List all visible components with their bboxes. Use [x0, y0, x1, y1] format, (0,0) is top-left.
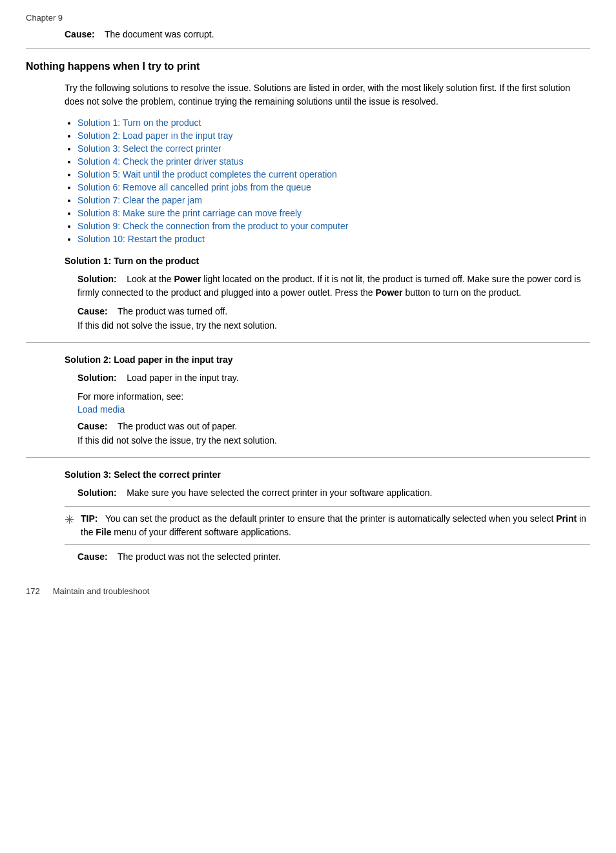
solution3-solution-label: Solution: — [77, 488, 117, 498]
solution5-link[interactable]: Solution 5: Wait until the product compl… — [77, 169, 337, 180]
solution2-link[interactable]: Solution 2: Load paper in the input tray — [77, 130, 233, 141]
list-item: Solution 7: Clear the paper jam — [77, 195, 590, 205]
solution6-link[interactable]: Solution 6: Remove all cancelled print j… — [77, 182, 311, 192]
solution10-link[interactable]: Solution 10: Restart the product — [77, 234, 205, 244]
tip-bold2: File — [96, 527, 111, 537]
solution2-cause-label: Cause: — [77, 421, 108, 431]
solution2-if-not-solve: If this did not solve the issue, try the… — [77, 435, 590, 446]
solution3-tip-text: TIP: You can set the product as the defa… — [81, 512, 590, 539]
list-item: Solution 10: Restart the product — [77, 234, 590, 244]
tip-label: TIP: — [81, 513, 98, 524]
main-section-heading: Nothing happens when I try to print — [26, 61, 590, 72]
page-number: 172 — [26, 586, 40, 596]
solution1-body: Solution: Look at the Power light locate… — [77, 272, 590, 300]
list-item: Solution 5: Wait until the product compl… — [77, 169, 590, 180]
solution3-cause: Cause: The product was not the selected … — [77, 551, 590, 562]
solution1-solution-label: Solution: — [77, 274, 117, 284]
solution1-link[interactable]: Solution 1: Turn on the product — [77, 118, 201, 128]
tip-icon: ✳ — [65, 513, 74, 527]
footer-text: Maintain and troubleshoot — [53, 586, 150, 596]
footer: 172 Maintain and troubleshoot — [26, 581, 590, 596]
intro-paragraph: Try the following solutions to resolve t… — [65, 81, 590, 108]
list-item: Solution 3: Select the correct printer — [77, 143, 590, 154]
divider2 — [26, 457, 590, 458]
list-item: Solution 9: Check the connection from th… — [77, 221, 590, 231]
solution2-cause: Cause: The product was out of paper. — [77, 421, 590, 431]
solution4-link[interactable]: Solution 4: Check the printer driver sta… — [77, 156, 243, 167]
solution2-cause-text: The product was out of paper. — [118, 421, 237, 431]
top-cause-line: Cause: The document was corrupt. — [65, 29, 590, 39]
solution3-section: Solution 3: Select the correct printer S… — [26, 469, 590, 562]
solution1-cause: Cause: The product was turned off. — [77, 306, 590, 316]
list-item: Solution 2: Load paper in the input tray — [77, 130, 590, 141]
solution1-text-after: button to turn on the product. — [403, 287, 522, 298]
chapter-label: Chapter 9 — [26, 13, 590, 23]
tip-text-after: menu of your different software applicat… — [111, 527, 291, 537]
solution1-heading: Solution 1: Turn on the product — [65, 256, 590, 266]
solution3-body: Solution: Make sure you have selected th… — [77, 486, 590, 500]
top-cause-label: Cause: — [65, 29, 95, 39]
solution2-heading: Solution 2: Load paper in the input tray — [65, 355, 590, 365]
solution3-cause-text: The product was not the selected printer… — [118, 551, 281, 562]
top-cause-block: Cause: The document was corrupt. — [26, 29, 590, 49]
solution9-link[interactable]: Solution 9: Check the connection from th… — [77, 221, 348, 231]
list-item: Solution 1: Turn on the product — [77, 118, 590, 128]
solution1-cause-label: Cause: — [77, 306, 108, 316]
solution2-text: Load paper in the input tray. — [127, 373, 238, 383]
list-item: Solution 8: Make sure the print carriage… — [77, 208, 590, 218]
solution8-link[interactable]: Solution 8: Make sure the print carriage… — [77, 208, 302, 218]
list-item: Solution 4: Check the printer driver sta… — [77, 156, 590, 167]
solution3-heading: Solution 3: Select the correct printer — [65, 469, 590, 480]
solution1-section: Solution 1: Turn on the product Solution… — [26, 256, 590, 331]
solution3-tip-box: ✳ TIP: You can set the product as the de… — [65, 506, 590, 545]
solution1-text-before: Look at the — [127, 274, 174, 284]
solutions-bullet-list: Solution 1: Turn on the product Solution… — [77, 118, 590, 244]
solution3-link[interactable]: Solution 3: Select the correct printer — [77, 143, 221, 154]
solution7-link[interactable]: Solution 7: Clear the paper jam — [77, 195, 202, 205]
list-item: Solution 6: Remove all cancelled print j… — [77, 182, 590, 192]
tip-bold1: Print — [556, 513, 577, 524]
solution1-if-not-solve: If this did not solve the issue, try the… — [77, 320, 590, 331]
load-media-link[interactable]: Load media — [77, 404, 125, 415]
solution2-solution-label: Solution: — [77, 373, 117, 383]
solution2-body: Solution: Load paper in the input tray. — [77, 371, 590, 385]
tip-text-before: You can set the product as the default p… — [105, 513, 556, 524]
solution2-for-more: For more information, see: — [77, 391, 590, 402]
solution3-text: Make sure you have selected the correct … — [127, 488, 432, 498]
solution1-bold1: Power — [174, 274, 201, 284]
solution2-link-line: Load media — [77, 404, 590, 415]
divider1 — [26, 342, 590, 343]
solution1-bold2: Power — [376, 287, 403, 298]
solution2-section: Solution 2: Load paper in the input tray… — [26, 355, 590, 446]
solution3-cause-label: Cause: — [77, 551, 108, 562]
top-cause-text: The document was corrupt. — [105, 29, 214, 39]
solution1-cause-text: The product was turned off. — [118, 306, 227, 316]
